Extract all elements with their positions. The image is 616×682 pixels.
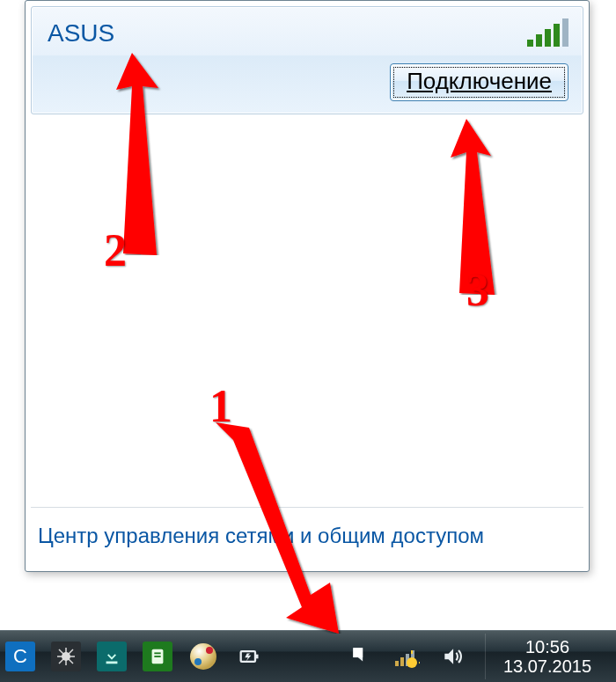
connect-button-label: Подключение xyxy=(407,68,552,94)
wifi-network-name: ASUS xyxy=(48,19,114,48)
svg-rect-5 xyxy=(106,662,118,664)
clock-time: 10:56 xyxy=(495,637,600,656)
svg-rect-11 xyxy=(353,648,363,657)
network-center-link[interactable]: Центр управления сетями и общим доступом xyxy=(38,524,484,547)
svg-rect-13 xyxy=(400,657,404,666)
taskbar-clock[interactable]: 10:56 13.07.2015 xyxy=(485,634,609,679)
wifi-network-item[interactable]: ASUS Подключение xyxy=(31,6,583,114)
spider-icon xyxy=(55,646,77,667)
tray-action-center-icon[interactable] xyxy=(348,643,374,670)
taskbar: C xyxy=(0,630,616,682)
taskbar-pinned-app[interactable]: C xyxy=(5,642,35,671)
battery-charging-icon xyxy=(237,644,261,669)
wifi-networks-panel: ASUS Подключение Центр управления сетями… xyxy=(25,0,590,572)
taskbar-pinned-app[interactable] xyxy=(234,642,264,671)
wifi-signal-icon xyxy=(527,20,568,47)
connect-button[interactable]: Подключение xyxy=(390,63,568,101)
clock-date: 13.07.2015 xyxy=(495,656,600,676)
download-icon xyxy=(102,647,121,666)
paint-icon xyxy=(190,643,216,670)
doc-icon xyxy=(148,647,167,666)
tray-network-icon[interactable] xyxy=(393,643,420,670)
svg-rect-8 xyxy=(154,656,160,657)
taskbar-pinned-app[interactable] xyxy=(97,642,127,671)
svg-rect-7 xyxy=(154,652,160,654)
svg-point-16 xyxy=(407,657,417,668)
tray-volume-icon[interactable] xyxy=(439,643,466,670)
taskbar-pinned-app[interactable] xyxy=(188,642,218,671)
taskbar-pinned-app[interactable] xyxy=(51,642,81,671)
svg-rect-10 xyxy=(255,655,259,659)
svg-rect-12 xyxy=(395,661,399,666)
taskbar-pinned-app[interactable] xyxy=(143,642,172,671)
